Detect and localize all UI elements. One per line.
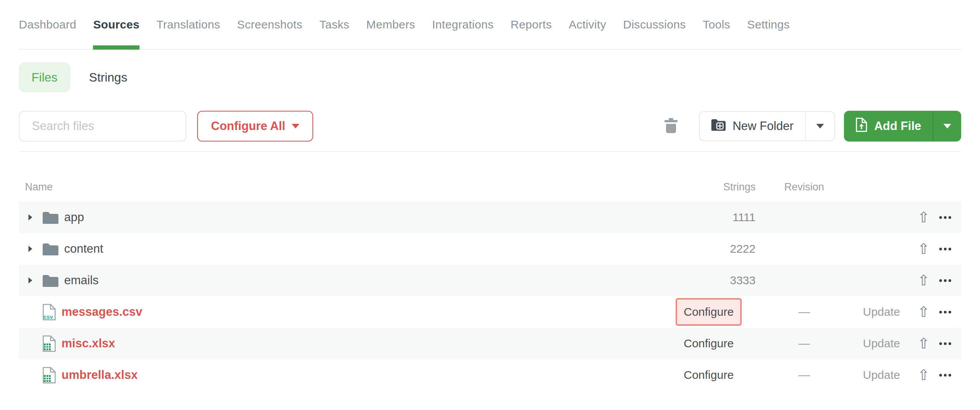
ellipsis-menu-icon[interactable] xyxy=(938,308,952,317)
row-strings-cell: 3333 xyxy=(667,274,763,287)
table-row[interactable]: csv messages.csv Configure — Update ⇧ xyxy=(19,296,961,328)
ellipsis-menu-icon[interactable] xyxy=(938,371,952,380)
nav-item-label: Discussions xyxy=(623,18,686,31)
upload-icon[interactable]: ⇧ xyxy=(918,242,930,256)
file-table-body: app 1111 ⇧ content 2222 xyxy=(19,202,961,391)
row-strings-cell: 2222 xyxy=(667,242,763,255)
row-strings-cell: Configure xyxy=(667,330,763,357)
xlsx-file-icon xyxy=(42,335,56,352)
nav-item[interactable]: Members xyxy=(366,0,415,49)
new-folder-split-button: New Folder xyxy=(699,111,835,141)
configure-button[interactable]: Configure xyxy=(676,361,742,389)
nav-item[interactable]: Translations xyxy=(156,0,220,49)
nav-item[interactable]: Tools xyxy=(703,0,731,49)
row-name-label[interactable]: umbrella.xlsx xyxy=(61,368,138,382)
update-link[interactable]: Update xyxy=(863,337,900,350)
table-row[interactable]: misc.xlsx Configure — Update ⇧ xyxy=(19,328,961,359)
expand-caret-icon[interactable] xyxy=(28,246,32,252)
strings-count: 2222 xyxy=(730,242,763,255)
strings-count: 1111 xyxy=(733,211,763,224)
nav-item-label: Sources xyxy=(93,18,140,31)
search-input[interactable] xyxy=(19,111,186,142)
nav-item[interactable]: Reports xyxy=(511,0,552,49)
row-name-label[interactable]: emails xyxy=(64,273,99,287)
table-row[interactable]: emails 3333 ⇧ xyxy=(19,265,961,296)
ellipsis-menu-icon[interactable] xyxy=(938,276,952,285)
upload-icon[interactable]: ⇧ xyxy=(918,368,930,382)
table-row[interactable]: app 1111 ⇧ xyxy=(19,202,961,233)
add-file-button[interactable]: Add File xyxy=(844,111,933,142)
configure-button[interactable]: Configure xyxy=(676,330,742,357)
upload-icon[interactable]: ⇧ xyxy=(918,210,930,225)
table-row[interactable]: content 2222 ⇧ xyxy=(19,233,961,265)
top-nav: Dashboard Sources Translations Screensho… xyxy=(19,0,961,50)
nav-item-label: Members xyxy=(366,18,415,31)
column-header-revision: Revision xyxy=(763,181,845,202)
nav-item-label: Dashboard xyxy=(19,18,76,31)
nav-item-label: Tasks xyxy=(319,18,349,31)
table-row[interactable]: umbrella.xlsx Configure — Update ⇧ xyxy=(19,359,961,391)
configure-all-button[interactable]: Configure All xyxy=(197,111,313,142)
nav-item-label: Settings xyxy=(747,18,790,31)
csv-file-icon: csv xyxy=(42,303,56,321)
nav-item[interactable]: Screenshots xyxy=(237,0,302,49)
nav-item-label: Screenshots xyxy=(237,18,302,31)
ellipsis-menu-icon[interactable] xyxy=(938,245,952,253)
tab-files-label: Files xyxy=(32,70,58,85)
revision-value: — xyxy=(763,337,845,350)
nav-item-label: Reports xyxy=(511,18,552,31)
nav-item[interactable]: Sources xyxy=(93,0,140,49)
expand-caret-icon[interactable] xyxy=(28,277,32,283)
update-link[interactable]: Update xyxy=(863,368,900,381)
column-header-name: Name xyxy=(19,181,667,202)
row-name-cell: emails xyxy=(19,273,667,287)
new-folder-dropdown-button[interactable] xyxy=(805,112,834,140)
svg-text:csv: csv xyxy=(43,313,53,320)
upload-icon[interactable]: ⇧ xyxy=(918,305,930,319)
row-name-label[interactable]: app xyxy=(64,210,84,224)
toolbar: Configure All xyxy=(19,111,961,142)
chevron-down-icon xyxy=(816,124,824,128)
nav-item[interactable]: Settings xyxy=(747,0,790,49)
nav-item-label: Integrations xyxy=(432,18,493,31)
nav-item[interactable]: Tasks xyxy=(319,0,349,49)
upload-icon[interactable]: ⇧ xyxy=(918,336,930,351)
folder-icon xyxy=(43,243,58,255)
row-name-cell: app xyxy=(19,210,667,224)
add-file-label: Add File xyxy=(874,119,921,133)
ellipsis-menu-icon[interactable] xyxy=(938,339,952,348)
row-name-cell: content xyxy=(19,242,667,256)
folder-icon xyxy=(43,211,58,224)
configure-all-label: Configure All xyxy=(211,119,285,133)
file-table-header: Name Strings Revision xyxy=(19,152,961,202)
row-name-label[interactable]: messages.csv xyxy=(61,305,142,319)
tab-files[interactable]: Files xyxy=(19,62,70,92)
row-name-label[interactable]: content xyxy=(64,242,103,256)
delete-button[interactable] xyxy=(664,118,678,135)
nav-item[interactable]: Dashboard xyxy=(19,0,76,49)
update-link[interactable]: Update xyxy=(863,305,900,318)
new-folder-button[interactable]: New Folder xyxy=(700,112,805,140)
nav-item[interactable]: Integrations xyxy=(432,0,493,49)
chevron-down-icon xyxy=(943,124,951,128)
tab-strings-label: Strings xyxy=(89,70,128,84)
row-name-label[interactable]: misc.xlsx xyxy=(61,337,115,350)
add-file-dropdown-button[interactable] xyxy=(933,111,961,142)
row-name-cell: csv messages.csv xyxy=(19,303,667,321)
nav-item[interactable]: Activity xyxy=(569,0,606,49)
nav-item-label: Activity xyxy=(569,18,606,31)
configure-button[interactable]: Configure xyxy=(676,298,742,326)
nav-item[interactable]: Discussions xyxy=(623,0,686,49)
nav-item-label: Tools xyxy=(703,18,731,31)
strings-count: 3333 xyxy=(730,274,763,287)
ellipsis-menu-icon[interactable] xyxy=(938,213,952,222)
file-upload-icon xyxy=(855,117,867,135)
tab-strings[interactable]: Strings xyxy=(89,70,128,85)
column-header-strings: Strings xyxy=(667,181,763,202)
revision-value: — xyxy=(763,305,845,318)
row-strings-cell: 1111 xyxy=(667,211,763,224)
subtabs: Files Strings xyxy=(19,62,961,92)
expand-caret-icon[interactable] xyxy=(28,214,32,220)
upload-icon[interactable]: ⇧ xyxy=(918,273,930,288)
revision-value: — xyxy=(763,368,845,382)
